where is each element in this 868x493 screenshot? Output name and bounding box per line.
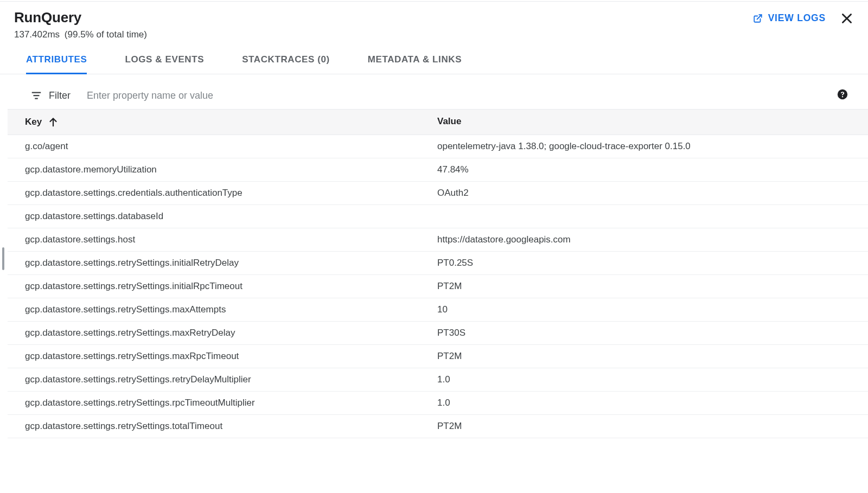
attribute-value <box>437 211 868 222</box>
attributes-table: Key Value g.co/agentopentelemetry-java 1… <box>8 109 868 438</box>
table-header: Key Value <box>8 109 868 135</box>
attribute-key: gcp.datastore.settings.retrySettings.ret… <box>25 374 437 385</box>
attribute-key: g.co/agent <box>25 141 437 152</box>
span-detail-panel: RunQuery 137.402ms (99.5% of total time)… <box>0 1 868 438</box>
span-duration: 137.402ms <box>14 29 60 40</box>
attribute-value: opentelemetry-java 1.38.0; google-cloud-… <box>437 141 868 152</box>
span-percent-of-total: (99.5% of total time) <box>65 29 147 40</box>
attribute-key: gcp.datastore.settings.retrySettings.max… <box>25 304 437 315</box>
attribute-key: gcp.datastore.memoryUtilization <box>25 164 437 175</box>
attribute-key: gcp.datastore.settings.retrySettings.ini… <box>25 281 437 292</box>
external-link-icon <box>753 14 763 23</box>
filter-label: Filter <box>49 90 71 101</box>
table-row[interactable]: gcp.datastore.settings.databaseId <box>8 205 868 228</box>
help-button[interactable] <box>833 88 852 103</box>
svg-rect-3 <box>32 92 41 93</box>
attribute-value: https://datastore.googleapis.com <box>437 234 868 245</box>
table-row[interactable]: g.co/agentopentelemetry-java 1.38.0; goo… <box>8 135 868 158</box>
tab-logs-events[interactable]: LOGS & EVENTS <box>125 54 204 74</box>
table-row[interactable]: gcp.datastore.settings.hosthttps://datas… <box>8 228 868 252</box>
tab-bar: ATTRIBUTES LOGS & EVENTS STACKTRACES (0)… <box>0 40 868 74</box>
tab-stacktraces[interactable]: STACKTRACES (0) <box>242 54 330 74</box>
table-row[interactable]: gcp.datastore.settings.retrySettings.rpc… <box>8 392 868 415</box>
attribute-value: 1.0 <box>437 374 868 385</box>
table-row[interactable]: gcp.datastore.settings.retrySettings.tot… <box>8 415 868 438</box>
attribute-value: OAuth2 <box>437 188 868 199</box>
attribute-value: PT0.25S <box>437 258 868 268</box>
attribute-key: gcp.datastore.settings.retrySettings.rpc… <box>25 398 437 408</box>
table-row[interactable]: gcp.datastore.settings.retrySettings.ret… <box>8 368 868 392</box>
attribute-value: 1.0 <box>437 398 868 408</box>
svg-rect-4 <box>34 95 40 96</box>
panel-resize-handle[interactable] <box>2 247 4 270</box>
attribute-value: 10 <box>437 304 868 315</box>
tab-metadata-links[interactable]: METADATA & LINKS <box>368 54 462 74</box>
table-row[interactable]: gcp.datastore.settings.retrySettings.max… <box>8 322 868 345</box>
attribute-key: gcp.datastore.settings.host <box>25 234 437 245</box>
table-row[interactable]: gcp.datastore.settings.retrySettings.ini… <box>8 252 868 275</box>
table-row[interactable]: gcp.datastore.settings.credentials.authe… <box>8 182 868 205</box>
table-row[interactable]: gcp.datastore.settings.retrySettings.max… <box>8 298 868 322</box>
filter-icon <box>30 89 42 101</box>
sort-asc-icon <box>47 116 59 128</box>
panel-header: RunQuery 137.402ms (99.5% of total time)… <box>0 2 868 40</box>
attribute-key: gcp.datastore.settings.retrySettings.ini… <box>25 258 437 268</box>
attribute-value: PT2M <box>437 351 868 362</box>
view-logs-button[interactable]: VIEW LOGS <box>753 12 826 24</box>
table-row[interactable]: gcp.datastore.settings.retrySettings.max… <box>8 345 868 368</box>
column-header-value[interactable]: Value <box>437 116 868 128</box>
table-body: g.co/agentopentelemetry-java 1.38.0; goo… <box>8 135 868 438</box>
table-row[interactable]: gcp.datastore.memoryUtilization47.84% <box>8 158 868 182</box>
attribute-key: gcp.datastore.settings.retrySettings.max… <box>25 328 437 338</box>
help-icon <box>837 88 848 103</box>
filter-input[interactable] <box>85 89 827 103</box>
close-icon <box>840 18 854 27</box>
svg-line-0 <box>757 15 761 19</box>
attribute-value: 47.84% <box>437 164 868 175</box>
column-header-key[interactable]: Key <box>25 116 437 128</box>
column-header-value-label: Value <box>437 116 461 126</box>
attributes-tab-content: Filter Key <box>0 74 868 438</box>
column-header-key-label: Key <box>25 117 42 127</box>
table-row[interactable]: gcp.datastore.settings.retrySettings.ini… <box>8 275 868 298</box>
attribute-key: gcp.datastore.settings.retrySettings.tot… <box>25 421 437 432</box>
span-title: RunQuery <box>14 9 854 26</box>
attribute-key: gcp.datastore.settings.retrySettings.max… <box>25 351 437 362</box>
svg-rect-5 <box>35 98 38 99</box>
attribute-value: PT2M <box>437 281 868 292</box>
attribute-value: PT2M <box>437 421 868 432</box>
attribute-key: gcp.datastore.settings.databaseId <box>25 211 437 222</box>
attribute-key: gcp.datastore.settings.credentials.authe… <box>25 188 437 199</box>
view-logs-label: VIEW LOGS <box>768 12 826 24</box>
tab-attributes[interactable]: ATTRIBUTES <box>26 54 87 74</box>
close-button[interactable] <box>838 9 856 30</box>
span-subtitle: 137.402ms (99.5% of total time) <box>14 29 854 40</box>
filter-bar: Filter <box>8 82 868 109</box>
attribute-value: PT30S <box>437 328 868 338</box>
